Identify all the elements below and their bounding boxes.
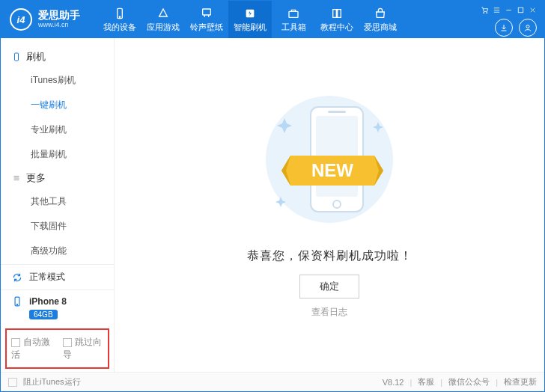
device-name: iPhone 8 [29,296,67,307]
device-mode[interactable]: 正常模式 [1,264,114,290]
sidebar-group-flash: 刷机 [1,46,114,68]
close-icon[interactable] [528,6,537,15]
auto-activate-checkbox[interactable]: 自动激活 [11,336,52,361]
nav-label: 我的设备 [103,22,136,33]
top-nav: 我的设备 应用游戏 铃声壁纸 智能刷机 [98,1,402,38]
nav-shop[interactable]: 爱思商城 [359,1,402,38]
sidebar-item-pro[interactable]: 专业刷机 [1,117,114,142]
storage-badge: 64GB [29,310,58,319]
device-icon [11,296,23,307]
logo: i4 爱思助手 www.i4.cn [1,8,98,31]
nav-tools[interactable]: 工具箱 [272,1,315,38]
more-icon [11,174,22,183]
svg-rect-7 [518,7,523,12]
nav-label: 铃声壁纸 [190,22,223,33]
bottom-options: 自动激活 跳过向导 [5,328,109,369]
nav-label: 工具箱 [281,22,306,33]
brand-url: www.i4.cn [38,22,80,29]
sidebar-item-oneclick[interactable]: 一键刷机 [1,93,114,117]
device-info[interactable]: iPhone 8 64GB [1,290,114,325]
svg-point-8 [526,25,529,28]
phone-icon [113,7,127,20]
logo-badge: i4 [10,8,32,31]
nav-label: 智能刷机 [234,22,267,33]
version-label: V8.12 [383,378,404,387]
phone-outline-icon [11,52,22,61]
brand-name: 爱思助手 [38,10,80,21]
sidebar-item-download-fw[interactable]: 下载固件 [1,214,114,239]
sidebar-item-advanced[interactable]: 高级功能 [1,239,114,263]
wechat-link[interactable]: 微信公众号 [448,376,490,388]
nav-label: 应用游戏 [147,22,180,33]
header: i4 爱思助手 www.i4.cn 我的设备 应用游戏 [1,1,544,38]
sidebar-group-label: 更多 [26,171,46,185]
success-message: 恭喜您，保资料刷机成功啦！ [247,248,412,264]
main-content: NEW 恭喜您，保资料刷机成功啦！ 确定 查看日志 [115,38,544,372]
apps-icon [156,7,170,20]
user-button[interactable] [519,19,537,37]
minimize-icon[interactable] [504,6,513,15]
sidebar-item-batch[interactable]: 批量刷机 [1,142,114,167]
skip-guide-checkbox[interactable]: 跳过向导 [63,336,104,361]
device-mode-label: 正常模式 [29,271,65,284]
success-illustration: NEW [247,85,412,236]
ok-button[interactable]: 确定 [299,275,359,298]
nav-ringtones[interactable]: 铃声壁纸 [185,1,228,38]
svg-point-11 [16,304,17,305]
support-link[interactable]: 客服 [418,376,434,388]
nav-apps[interactable]: 应用游戏 [141,1,185,38]
download-button[interactable] [495,19,513,37]
refresh-icon [11,272,23,283]
status-bar: 阻止iTunes运行 V8.12 | 客服 | 微信公众号 | 检查更新 [1,372,544,391]
svg-point-6 [486,12,487,13]
music-icon [200,7,213,20]
nav-label: 爱思商城 [364,22,397,33]
svg-point-1 [119,16,120,17]
sidebar-group-more: 更多 [1,167,114,189]
sidebar: 刷机 iTunes刷机 一键刷机 专业刷机 批量刷机 更多 其他工具 下载固件 … [1,38,115,372]
maximize-icon[interactable] [516,6,525,15]
toolbox-icon [287,7,300,20]
shop-icon [374,7,387,20]
nav-tutorial[interactable]: 教程中心 [315,1,359,38]
view-log-link[interactable]: 查看日志 [311,306,347,319]
svg-rect-19 [328,111,346,113]
block-itunes-checkbox[interactable]: 阻止iTunes运行 [8,376,81,388]
sidebar-item-itunes[interactable]: iTunes刷机 [1,68,114,93]
cart-icon[interactable] [480,6,489,15]
nav-device[interactable]: 我的设备 [98,1,141,38]
svg-rect-2 [203,9,211,15]
svg-point-5 [483,12,484,13]
nav-flash[interactable]: 智能刷机 [228,1,272,38]
ribbon-text: NEW [311,160,353,180]
svg-rect-4 [289,11,298,17]
nav-label: 教程中心 [320,22,353,33]
sidebar-group-label: 刷机 [26,50,46,64]
sidebar-item-other[interactable]: 其他工具 [1,189,114,214]
book-icon [330,7,344,20]
flash-icon [243,7,257,20]
update-link[interactable]: 检查更新 [504,376,537,388]
svg-rect-9 [15,53,19,61]
menu-icon[interactable] [492,6,501,15]
